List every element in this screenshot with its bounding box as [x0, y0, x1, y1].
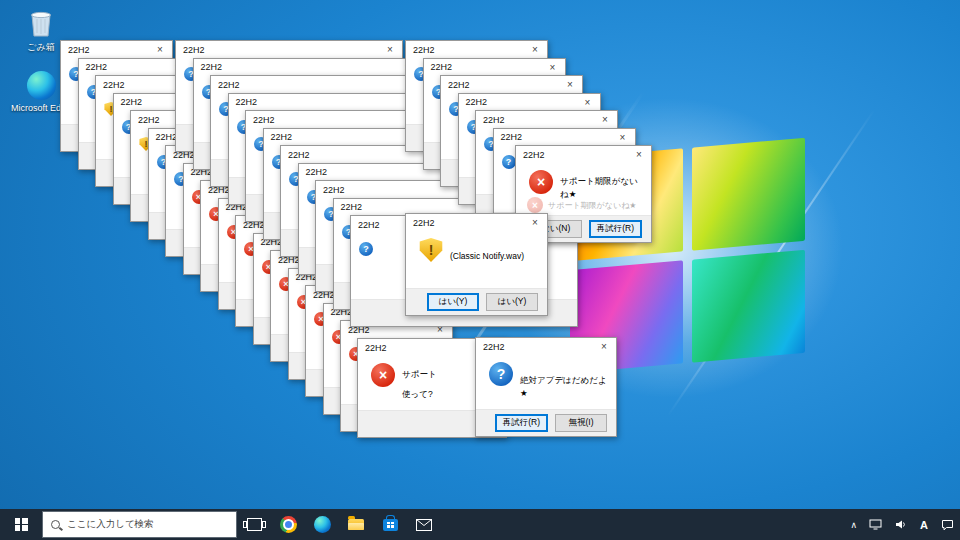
dialog-titlebar[interactable]: 22H2×: [476, 111, 617, 128]
taskbar-app-edge[interactable]: [305, 509, 339, 540]
dialog-body: ×サポート期限がないね★×サポート期限がないね★: [516, 163, 651, 215]
windows-start-icon: [15, 518, 28, 531]
action-center-icon[interactable]: [935, 509, 960, 540]
dialog-title: 22H2: [236, 97, 258, 107]
close-icon[interactable]: ×: [523, 214, 547, 231]
dialog-button[interactable]: はい(Y): [486, 293, 538, 311]
taskbar-search-box[interactable]: ここに入力して検索: [42, 511, 237, 538]
dialog-title: 22H2: [413, 45, 435, 55]
chrome-icon: [280, 516, 297, 533]
dialog-title: 22H2: [341, 202, 363, 212]
task-view-icon: [247, 518, 262, 531]
desktop-icon-label: ごみ箱: [27, 41, 54, 54]
dialog-titlebar[interactable]: 22H2×: [424, 59, 565, 76]
dialog-classic-notify: 22H2×!(Classic Notify.wav)はい(Y)はい(Y): [405, 213, 548, 316]
dialog-title: 22H2: [306, 167, 328, 177]
mail-icon: [416, 519, 432, 531]
close-icon[interactable]: ×: [541, 59, 565, 76]
dialog-title: 22H2: [156, 132, 178, 142]
close-icon[interactable]: ×: [576, 94, 600, 111]
dialog-title: 22H2: [183, 45, 205, 55]
dialog-titlebar[interactable]: 22H2×: [459, 94, 600, 111]
taskbar: ここに入力して検索 ∧ A: [0, 509, 960, 540]
dialog-title: 22H2: [483, 115, 505, 125]
dialog-body: !(Classic Notify.wav): [406, 231, 547, 288]
dialog-titlebar[interactable]: 22H2×: [494, 129, 635, 146]
dialog-button[interactable]: 再試行(R): [589, 220, 642, 238]
close-icon[interactable]: ×: [148, 41, 172, 58]
dialog-titlebar[interactable]: 22H2×: [441, 76, 582, 93]
flag-pane-bottom-right: [692, 250, 805, 363]
dialog-title: 22H2: [218, 80, 240, 90]
ime-indicator[interactable]: A: [913, 509, 935, 540]
dialog-titlebar[interactable]: 22H2×: [476, 338, 616, 355]
dialog-title: 22H2: [288, 150, 310, 160]
dialog-title: 22H2: [253, 115, 275, 125]
dialog-titlebar[interactable]: 22H2×: [211, 76, 437, 93]
start-button[interactable]: [0, 509, 42, 540]
taskbar-app-explorer[interactable]: [339, 509, 373, 540]
dialog-title: 22H2: [358, 220, 380, 230]
close-icon[interactable]: ×: [627, 146, 651, 163]
network-icon[interactable]: [863, 509, 888, 540]
task-view-button[interactable]: [237, 509, 271, 540]
dialog-title: 22H2: [121, 97, 143, 107]
close-icon[interactable]: ×: [378, 41, 402, 58]
dialog-title: 22H2: [501, 132, 523, 142]
dialog-title: 22H2: [466, 97, 488, 107]
warning-icon: !: [419, 238, 443, 262]
dialog-title: 22H2: [483, 342, 505, 352]
edge-icon: [314, 516, 331, 533]
dialog-titlebar[interactable]: 22H2×: [194, 59, 420, 76]
close-icon[interactable]: ×: [593, 111, 617, 128]
taskbar-app-store[interactable]: [373, 509, 407, 540]
dialog-title: 22H2: [523, 150, 545, 160]
taskbar-app-mail[interactable]: [407, 509, 441, 540]
close-icon[interactable]: ×: [592, 338, 616, 355]
ghost-message: サポート期限がないね★: [548, 200, 636, 211]
error-icon: ×: [527, 197, 543, 213]
edge-icon: [27, 70, 56, 100]
dialog-title: 22H2: [448, 80, 470, 90]
desktop: ごみ箱 Microsoft Edge 22H2×?22H2×?22H2×!22H…: [0, 0, 960, 540]
search-icon: [51, 520, 60, 529]
dialog-footer: 再試行(R)無視(I): [476, 409, 616, 436]
taskbar-app-browser[interactable]: [271, 509, 305, 540]
close-icon[interactable]: ×: [611, 129, 635, 146]
dialog-titlebar[interactable]: 22H2×: [516, 146, 651, 163]
dialog-message: (Classic Notify.wav): [450, 250, 542, 263]
dialog-title: 22H2: [68, 45, 90, 55]
question-icon: ?: [359, 242, 373, 256]
dialog-title: 22H2: [86, 62, 108, 72]
dialog-titlebar[interactable]: 22H2×: [61, 41, 172, 58]
error-icon: ×: [529, 170, 553, 194]
tray-show-hidden-icons[interactable]: ∧: [844, 509, 863, 540]
dialog-title: 22H2: [365, 343, 387, 353]
dialog-title: 22H2: [413, 218, 435, 228]
close-icon[interactable]: ×: [523, 41, 547, 58]
file-explorer-icon: [348, 519, 364, 530]
dialog-title: 22H2: [103, 80, 125, 90]
question-icon: ?: [489, 362, 513, 386]
error-icon: ×: [371, 363, 395, 387]
question-icon: ?: [502, 155, 516, 169]
dialog-title: 22H2: [431, 62, 453, 72]
close-icon[interactable]: ×: [558, 76, 582, 93]
dialog-titlebar[interactable]: 22H2×: [406, 41, 547, 58]
dialog-titlebar[interactable]: 22H2×: [406, 214, 547, 231]
dialog-title: 22H2: [138, 115, 160, 125]
flag-pane-top-right: [692, 138, 805, 251]
dialog-button[interactable]: はい(Y): [427, 293, 479, 311]
dialog-body: ?絶対アプデはだめだよ★: [476, 355, 616, 409]
dialog-title: 22H2: [323, 185, 345, 195]
ghost-message-row: ×サポート期限がないね★: [527, 197, 647, 213]
dialog-title: 22H2: [201, 62, 223, 72]
dialog-button[interactable]: 再試行(R): [495, 414, 548, 432]
volume-icon[interactable]: [888, 509, 913, 540]
dialog-title: 22H2: [271, 132, 293, 142]
dialog-message: 絶対アプデはだめだよ★: [520, 374, 611, 400]
dialog-titlebar[interactable]: 22H2×: [79, 59, 190, 76]
dialog-button[interactable]: 無視(I): [555, 414, 607, 432]
dialog-no-update: 22H2×?絶対アプデはだめだよ★再試行(R)無視(I): [475, 337, 617, 437]
dialog-titlebar[interactable]: 22H2×: [176, 41, 402, 58]
